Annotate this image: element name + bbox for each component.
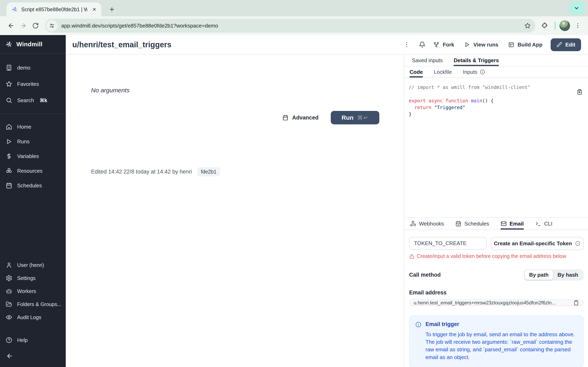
code-keyword: return — [415, 105, 434, 110]
sidebar-item-label: Search — [17, 97, 34, 104]
arrow-left-icon — [6, 352, 13, 359]
sidebar-item-label: Resources — [17, 168, 43, 174]
email-address-label: Email address — [409, 290, 584, 296]
tab-close-icon[interactable] — [91, 6, 98, 13]
code-comment: // import * as wmill from "windmill-clie… — [409, 85, 530, 90]
git-fork-icon — [433, 42, 439, 48]
sidebar-item-workspace[interactable]: demo — [0, 59, 66, 76]
trigger-tab-cli[interactable]: CLI — [535, 218, 552, 230]
code-block[interactable]: // import * as wmill from "windmill-clie… — [409, 84, 583, 118]
by-path-option[interactable]: By path — [525, 270, 553, 280]
tab-details-triggers[interactable]: Details & Triggers — [454, 55, 499, 66]
sidebar-item-folders-groups[interactable]: Folders & Groups... — [0, 298, 66, 311]
edit-button[interactable]: Edit — [551, 38, 581, 51]
subtab-inputs[interactable]: Inputs — [463, 67, 485, 77]
url-text[interactable]: app.windmill.dev/scripts/get/e857be88e0f… — [61, 23, 522, 29]
code-string: "Triggered" — [434, 105, 465, 110]
sidebar-item-audit-logs[interactable]: Audit Logs — [0, 311, 66, 324]
sidebar-item-label: Schedules — [17, 183, 42, 189]
sidebar-item-label: User (henri) — [17, 262, 44, 268]
build-app-button[interactable]: Build App — [503, 39, 547, 50]
create-token-label: Create an Email-specific Token — [494, 240, 572, 247]
sidebar-item-search[interactable]: Search ⌘k — [0, 92, 66, 108]
token-warning-text: Create/input a valid token before copyin… — [417, 253, 566, 259]
fork-button[interactable]: Fork — [428, 39, 459, 50]
browser-profile-avatar[interactable] — [559, 20, 570, 31]
sidebar-collapse-button[interactable] — [0, 349, 66, 363]
sidebar-item-settings[interactable]: Settings — [0, 272, 66, 285]
sidebar-item-label: Variables — [17, 153, 39, 159]
version-hash-badge[interactable]: fde2b1 — [197, 167, 220, 176]
view-runs-button[interactable]: View runs — [459, 39, 503, 50]
subtab-code[interactable]: Code — [410, 67, 423, 77]
brand-name: Windmill — [16, 41, 43, 48]
create-email-token-button[interactable]: Create an Email-specific Token — [491, 237, 584, 250]
boxes-icon — [6, 167, 12, 174]
browser-toolbar: app.windmill.dev/scripts/get/e857be88e0f… — [0, 16, 588, 35]
windmill-favicon-icon — [11, 6, 18, 13]
user-icon — [6, 262, 12, 268]
info-content: Email trigger To trigger the job by emai… — [425, 321, 577, 361]
sidebar-item-runs[interactable]: Runs — [0, 134, 66, 149]
by-hash-option[interactable]: By hash — [553, 270, 583, 280]
email-address-field[interactable]: u.henri.test_email_triggers+mrsw23zlouxg… — [409, 300, 584, 306]
notifications-bell-button[interactable] — [416, 39, 428, 51]
sidebar-item-variables[interactable]: Variables — [0, 149, 66, 164]
info-icon — [480, 69, 485, 75]
sidebar-brand[interactable]: Windmill — [0, 35, 66, 54]
sidebar-item-workers[interactable]: Workers — [0, 285, 66, 298]
extensions-puzzle-icon[interactable] — [539, 20, 551, 32]
forward-button[interactable] — [17, 20, 29, 32]
browser-menu-kebab-icon[interactable] — [572, 20, 584, 32]
code-plain — [409, 105, 415, 110]
page-header: u/henri/test_email_triggers Fork — [66, 35, 588, 55]
run-button[interactable]: Run ⌘↵ — [331, 111, 379, 124]
back-button[interactable] — [5, 20, 17, 32]
bookmark-star-icon[interactable] — [522, 20, 533, 31]
help-circle-icon — [6, 337, 12, 343]
code-subtabs: Code Lockfile Inputs — [404, 67, 588, 78]
url-bar[interactable]: app.windmill.dev/scripts/get/e857be88e0f… — [45, 19, 535, 33]
reload-button[interactable] — [29, 20, 42, 32]
info-title: Email trigger — [425, 321, 577, 327]
token-input[interactable] — [409, 237, 487, 250]
subtab-label: Lockfile — [434, 69, 452, 75]
token-row: Create an Email-specific Token — [409, 237, 584, 250]
tab-label: Details & Triggers — [454, 57, 499, 64]
search-icon — [6, 97, 12, 104]
new-tab-button[interactable] — [106, 4, 118, 15]
code-plain: () { — [482, 98, 493, 103]
pencil-icon — [556, 42, 562, 48]
sidebar-item-resources[interactable]: Resources — [0, 164, 66, 178]
email-trigger-info-box: Email trigger To trigger the job by emai… — [409, 315, 584, 367]
windmill-logo-icon — [5, 41, 13, 48]
subtab-label: Inputs — [463, 69, 477, 75]
site-settings-icon[interactable] — [46, 20, 58, 31]
details-panel: Saved inputs Details & Triggers Code Loc… — [404, 55, 588, 367]
by-hash-label: By hash — [558, 272, 578, 278]
trigger-tab-webhooks[interactable]: Webhooks — [410, 218, 444, 230]
trigger-tab-email[interactable]: Email — [501, 218, 524, 230]
sidebar-item-schedules[interactable]: Schedules — [0, 178, 66, 193]
more-options-kebab-button[interactable] — [401, 39, 413, 51]
tab-saved-inputs[interactable]: Saved inputs — [412, 55, 443, 66]
trigger-tab-label: Webhooks — [419, 221, 444, 227]
copy-address-icon[interactable] — [573, 300, 579, 306]
sidebar-spacer — [0, 198, 66, 259]
tab-search-chevron-button[interactable] — [569, 2, 584, 15]
trigger-tab-schedules[interactable]: Schedules — [455, 218, 489, 230]
browser-tab[interactable]: Script e857be88e0fde2b1 | W — [7, 2, 101, 16]
gear-icon — [6, 275, 12, 281]
subtab-lockfile[interactable]: Lockfile — [434, 67, 452, 77]
copy-code-button[interactable] — [577, 89, 583, 95]
sidebar-item-user[interactable]: User (henri) — [0, 259, 66, 272]
mail-icon — [501, 221, 507, 227]
folder-open-icon — [6, 301, 12, 308]
code-plain: } — [409, 111, 412, 117]
home-icon — [6, 124, 12, 130]
advanced-button[interactable]: Advanced — [282, 115, 319, 121]
sidebar-item-home[interactable]: Home — [0, 119, 66, 134]
sidebar-item-favorites[interactable]: Favorites — [0, 76, 66, 92]
sidebar-item-help[interactable]: Help — [0, 334, 66, 347]
sidebar-item-label: Folders & Groups... — [17, 301, 61, 307]
